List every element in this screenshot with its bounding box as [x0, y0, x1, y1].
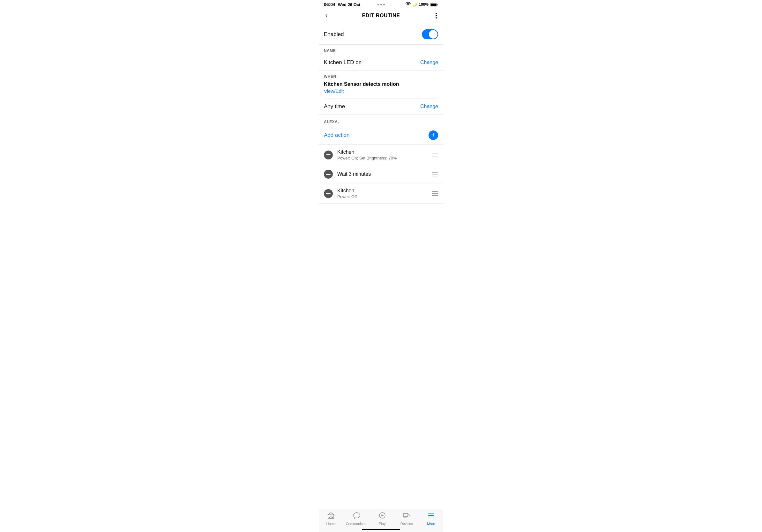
signal-dot	[377, 4, 379, 5]
battery-percent: 100%	[419, 2, 428, 7]
name-change-button[interactable]: Change	[420, 60, 438, 65]
wifi-icon	[406, 2, 411, 7]
dot	[435, 13, 437, 14]
remove-button-2[interactable]	[324, 189, 333, 198]
content: Enabled NAME Kitchen LED on Change WHEN:…	[319, 24, 443, 204]
add-action-button[interactable]: Add action	[324, 132, 349, 138]
action-item-1: Wait 3 minutes	[319, 165, 443, 183]
drag-handle-2[interactable]	[432, 191, 438, 196]
name-section-label: NAME	[319, 45, 443, 55]
location-icon: ↑	[402, 2, 404, 7]
add-action-icon-button[interactable]: +	[428, 130, 438, 140]
drag-handle-0[interactable]	[432, 153, 438, 157]
action-title-2: Kitchen	[337, 188, 427, 194]
action-title-0: Kitchen	[337, 149, 427, 155]
status-right: ↑ 🌙 100%	[402, 2, 438, 7]
battery-icon	[430, 3, 438, 6]
action-title-1: Wait 3 minutes	[337, 171, 427, 177]
enabled-row: Enabled	[319, 24, 443, 44]
when-label: WHEN:	[324, 74, 438, 79]
when-condition-text: Kitchen Sensor detects motion	[324, 81, 438, 87]
status-date: Wed 26 Oct	[338, 2, 360, 7]
enabled-label: Enabled	[324, 31, 344, 37]
time-change-button[interactable]: Change	[420, 104, 438, 109]
back-button[interactable]: ‹	[324, 11, 329, 21]
action-item-2: Kitchen Power: Off	[319, 183, 443, 204]
dot	[435, 17, 437, 19]
drag-handle-1[interactable]	[432, 172, 438, 176]
status-time: 06:04	[324, 2, 336, 7]
signal-dot	[380, 4, 382, 5]
moon-icon: 🌙	[412, 2, 417, 7]
status-bar: 06:04 Wed 26 Oct ↑ 🌙 100%	[319, 0, 443, 8]
add-action-row: Add action +	[319, 126, 443, 145]
when-section: WHEN: Kitchen Sensor detects motion View…	[319, 71, 443, 99]
signal-dot	[383, 4, 385, 5]
action-text-1: Wait 3 minutes	[337, 171, 427, 177]
action-subtitle-2: Power: Off	[337, 194, 427, 199]
action-text-0: Kitchen Power: On; Set Brightness: 70%	[337, 149, 427, 161]
routine-name: Kitchen LED on	[324, 59, 361, 66]
action-text-2: Kitchen Power: Off	[337, 188, 427, 199]
enabled-toggle[interactable]	[422, 29, 438, 39]
when-condition: Kitchen Sensor detects motion View/Edit	[324, 81, 438, 99]
dot	[435, 15, 437, 16]
anytime-row: Any time Change	[319, 99, 443, 114]
action-subtitle-0: Power: On; Set Brightness: 70%	[337, 156, 427, 161]
page-title: EDIT ROUTINE	[362, 13, 400, 19]
minus-icon	[326, 193, 331, 194]
name-row: Kitchen LED on Change	[319, 55, 443, 71]
minus-icon	[326, 174, 331, 175]
remove-button-0[interactable]	[324, 151, 333, 160]
time-label: Any time	[324, 103, 345, 110]
plus-icon: +	[431, 131, 435, 138]
remove-button-1[interactable]	[324, 170, 333, 179]
more-options-button[interactable]	[434, 12, 438, 20]
view-edit-button[interactable]: View/Edit	[324, 88, 344, 94]
alexa-section-label: ALEXA,	[319, 114, 443, 126]
action-item-0: Kitchen Power: On; Set Brightness: 70%	[319, 145, 443, 165]
minus-icon	[326, 154, 331, 155]
toggle-thumb	[429, 30, 437, 38]
top-nav: ‹ EDIT ROUTINE	[319, 8, 443, 24]
